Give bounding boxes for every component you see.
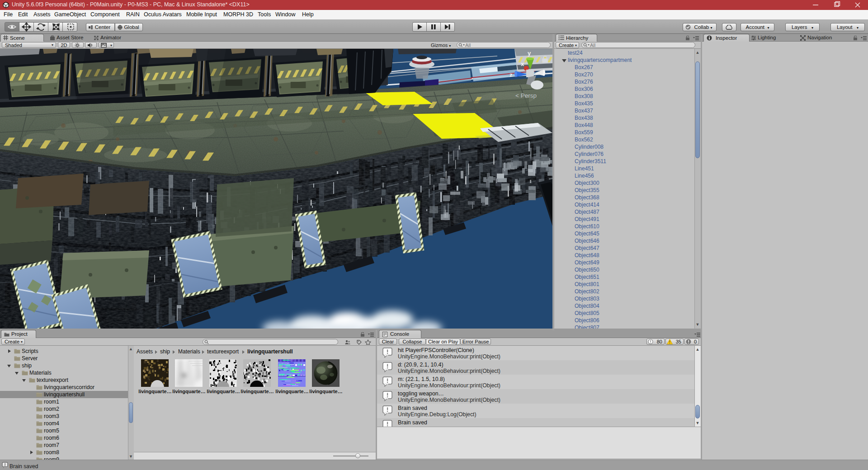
svg-text:< Persp: < Persp — [515, 92, 537, 99]
svg-text:y: y — [528, 50, 531, 56]
svg-text:z: z — [509, 71, 513, 78]
svg-text:x: x — [521, 61, 524, 67]
